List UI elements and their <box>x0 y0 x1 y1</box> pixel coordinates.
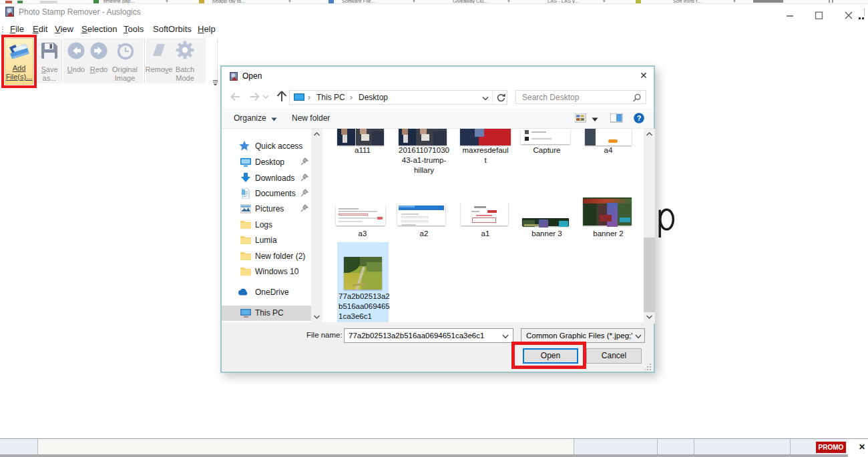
svg-text:?: ? <box>637 114 642 122</box>
